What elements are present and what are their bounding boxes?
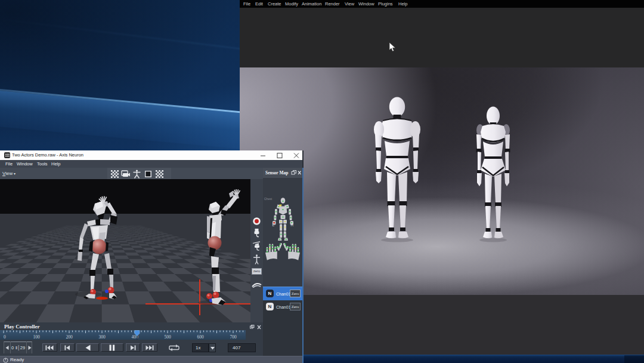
- svg-text:200: 200: [66, 334, 73, 340]
- svg-text:500: 500: [164, 334, 171, 340]
- svg-text:0: 0: [4, 334, 6, 340]
- svg-text:300: 300: [98, 334, 106, 340]
- svg-text:L: L: [273, 223, 275, 227]
- svg-text:600: 600: [197, 334, 204, 340]
- svg-text:Chest: Chest: [264, 197, 273, 201]
- svg-text:R: R: [291, 223, 294, 227]
- svg-text:100: 100: [33, 334, 40, 340]
- svg-text:700: 700: [230, 334, 237, 340]
